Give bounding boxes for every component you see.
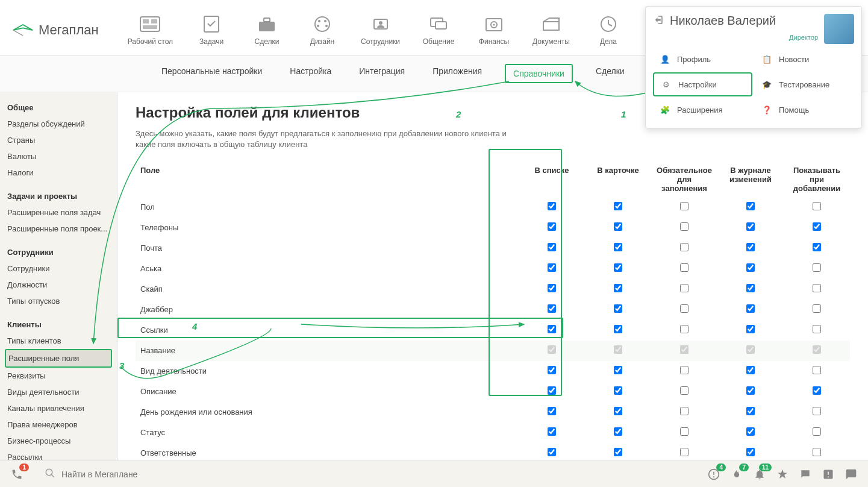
field-checkbox[interactable]: [548, 284, 556, 292]
field-checkbox[interactable]: [614, 263, 622, 272]
field-checkbox[interactable]: [746, 386, 755, 395]
field-checkbox[interactable]: [680, 202, 688, 210]
field-checkbox[interactable]: [813, 366, 821, 374]
nav-item-chat[interactable]: Общение: [417, 12, 460, 48]
field-checkbox[interactable]: [680, 325, 688, 333]
field-checkbox[interactable]: [614, 304, 622, 313]
field-checkbox[interactable]: [813, 243, 821, 251]
field-checkbox[interactable]: [746, 407, 755, 415]
star-icon[interactable]: [775, 467, 790, 482]
sub-nav-item[interactable]: Интеграция: [354, 64, 410, 83]
field-checkbox[interactable]: [548, 222, 556, 231]
sidebar-item[interactable]: Налоги: [5, 165, 112, 181]
field-checkbox[interactable]: [813, 407, 821, 415]
field-checkbox[interactable]: [548, 325, 556, 333]
field-checkbox[interactable]: [813, 263, 821, 272]
field-checkbox[interactable]: [548, 243, 556, 251]
field-checkbox[interactable]: [614, 325, 622, 333]
nav-item-dashboard[interactable]: Рабочий стол: [123, 12, 178, 48]
field-checkbox[interactable]: [813, 427, 821, 436]
field-checkbox[interactable]: [813, 325, 821, 333]
search-input[interactable]: [61, 470, 242, 479]
field-checkbox[interactable]: [746, 448, 755, 456]
field-checkbox[interactable]: [680, 284, 688, 292]
field-checkbox[interactable]: [548, 263, 556, 272]
field-checkbox[interactable]: [548, 427, 556, 436]
field-checkbox[interactable]: [548, 304, 556, 313]
field-checkbox[interactable]: [680, 448, 688, 456]
field-checkbox[interactable]: [813, 386, 821, 395]
alert-circle-icon[interactable]: 4: [707, 467, 721, 482]
field-checkbox[interactable]: [746, 366, 755, 374]
field-checkbox[interactable]: [614, 427, 622, 436]
field-checkbox[interactable]: [746, 427, 755, 436]
sidebar-item[interactable]: Расширенные поля: [5, 349, 112, 368]
user-menu-gear[interactable]: ⚙Настройки: [653, 72, 752, 96]
sidebar-item[interactable]: Типы отпусков: [5, 293, 112, 309]
field-checkbox[interactable]: [813, 284, 821, 292]
field-checkbox[interactable]: [614, 386, 622, 395]
sidebar-item[interactable]: Расширенные поля проек...: [5, 221, 112, 237]
field-checkbox[interactable]: [746, 304, 755, 313]
exit-icon[interactable]: [653, 14, 664, 27]
field-checkbox[interactable]: [746, 243, 755, 251]
field-checkbox[interactable]: [614, 448, 622, 456]
nav-item-todo[interactable]: Дела: [587, 12, 630, 48]
field-checkbox[interactable]: [746, 222, 755, 231]
field-checkbox[interactable]: [548, 448, 556, 456]
field-checkbox[interactable]: [746, 202, 755, 210]
field-checkbox[interactable]: [680, 263, 688, 272]
sidebar-item[interactable]: Валюты: [5, 148, 112, 165]
sidebar-item[interactable]: Виды деятельности: [5, 384, 112, 400]
field-checkbox[interactable]: [813, 202, 821, 210]
user-menu-news[interactable]: 📋Новости: [755, 48, 854, 70]
field-checkbox[interactable]: [813, 222, 821, 231]
phone-icon[interactable]: 1: [10, 467, 24, 482]
field-checkbox[interactable]: [614, 366, 622, 374]
field-checkbox[interactable]: [680, 386, 688, 395]
field-checkbox[interactable]: [614, 284, 622, 292]
field-checkbox[interactable]: [746, 284, 755, 292]
user-menu-grad[interactable]: 🎓Тестирование: [755, 72, 854, 96]
user-menu-puzzle[interactable]: 🧩Расширения: [653, 99, 752, 121]
sidebar-item[interactable]: Бизнес-процессы: [5, 433, 112, 449]
sidebar-item[interactable]: Типы клиентов: [5, 333, 112, 349]
sidebar-item[interactable]: Разделы обсуждений: [5, 116, 112, 132]
field-checkbox[interactable]: [680, 407, 688, 415]
sub-nav-item[interactable]: Справочники: [505, 64, 573, 83]
field-checkbox[interactable]: [680, 243, 688, 251]
field-checkbox[interactable]: [548, 366, 556, 374]
sidebar-item[interactable]: Страны: [5, 132, 112, 148]
sidebar-item[interactable]: Должности: [5, 277, 112, 293]
field-checkbox[interactable]: [813, 448, 821, 456]
sub-nav-item[interactable]: Приложения: [428, 64, 487, 83]
sidebar-item[interactable]: Реквизиты: [5, 368, 112, 384]
nav-item-deals[interactable]: Сделки: [245, 12, 289, 48]
user-menu-person[interactable]: 👤Профиль: [653, 48, 752, 70]
field-checkbox[interactable]: [614, 202, 622, 210]
nav-item-docs[interactable]: Документы: [528, 12, 575, 48]
sub-nav-item[interactable]: Сделки: [591, 64, 629, 83]
field-checkbox[interactable]: [813, 304, 821, 313]
field-checkbox[interactable]: [614, 222, 622, 231]
field-checkbox[interactable]: [746, 325, 755, 333]
sidebar-item[interactable]: Права менеджеров: [5, 416, 112, 433]
field-checkbox[interactable]: [746, 263, 755, 272]
field-checkbox[interactable]: [614, 243, 622, 251]
field-checkbox[interactable]: [614, 407, 622, 415]
sidebar-item[interactable]: Расширенные поля задач: [5, 204, 112, 221]
field-checkbox[interactable]: [548, 407, 556, 415]
field-checkbox[interactable]: [680, 222, 688, 231]
field-checkbox[interactable]: [548, 386, 556, 395]
nav-item-employees[interactable]: Сотрудники: [356, 12, 405, 48]
nav-item-finance[interactable]: Финансы: [472, 12, 516, 48]
message-icon[interactable]: [798, 467, 813, 482]
comment-icon[interactable]: [844, 467, 858, 482]
field-checkbox[interactable]: [680, 366, 688, 374]
field-checkbox[interactable]: [680, 304, 688, 313]
sidebar-item[interactable]: Каналы привлечения: [5, 400, 112, 416]
field-checkbox[interactable]: [680, 427, 688, 436]
avatar[interactable]: [824, 14, 854, 44]
field-checkbox[interactable]: [548, 202, 556, 210]
sub-nav-item[interactable]: Настройка: [285, 64, 336, 83]
